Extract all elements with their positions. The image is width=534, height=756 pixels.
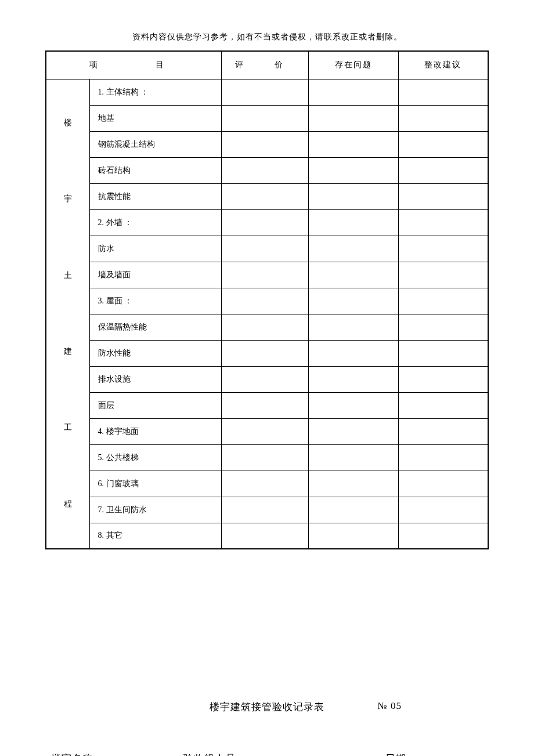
cell-evaluation xyxy=(221,262,308,288)
header-suggestions: 整改建议 xyxy=(398,51,488,79)
table-row: 防水 xyxy=(46,236,488,262)
item-label: 防水性能 xyxy=(89,340,221,366)
item-label: 7. 卫生间防水 xyxy=(89,497,221,523)
cell-issues xyxy=(308,209,398,236)
side-category-label: 楼 宇 土 建 工 程 xyxy=(46,79,89,549)
cell-issues xyxy=(308,471,398,497)
item-label: 2. 外墙 ： xyxy=(89,209,221,236)
table-row: 排水设施 xyxy=(46,366,488,392)
cell-issues xyxy=(308,418,398,444)
cell-suggestions xyxy=(398,418,488,444)
cell-suggestions xyxy=(398,209,488,236)
table-row: 地基 xyxy=(46,105,488,131)
table-row: 防水性能 xyxy=(46,340,488,366)
table-row: 楼 宇 土 建 工 程 1. 主体结构 ： xyxy=(46,79,488,105)
cell-issues xyxy=(308,366,398,392)
item-label: 6. 门窗玻璃 xyxy=(89,471,221,497)
table-row: 墙及墙面 xyxy=(46,262,488,288)
cell-evaluation xyxy=(221,79,308,105)
cell-suggestions xyxy=(398,236,488,262)
cell-issues xyxy=(308,314,398,340)
form-title-row: 楼宇建筑接管验收记录表 № 05 xyxy=(45,700,489,714)
item-label: 防水 xyxy=(89,236,221,262)
cell-suggestions xyxy=(398,183,488,209)
cell-issues xyxy=(308,392,398,418)
cell-evaluation xyxy=(221,314,308,340)
side-char: 程 xyxy=(64,491,72,518)
table-row: 钢筋混凝土结构 xyxy=(46,131,488,157)
table-row: 抗震性能 xyxy=(46,183,488,209)
cell-issues xyxy=(308,340,398,366)
building-name-blank xyxy=(106,751,181,756)
item-label: 地基 xyxy=(89,105,221,131)
cell-evaluation xyxy=(221,157,308,183)
disclaimer-text: 资料内容仅供您学习参考，如有不当或者侵权，请联系改正或者删除。 xyxy=(45,32,489,42)
date-blank xyxy=(419,751,486,756)
cell-suggestions xyxy=(398,105,488,131)
cell-suggestions xyxy=(398,471,488,497)
side-char: 楼 xyxy=(64,110,72,136)
header-issues: 存在问题 xyxy=(308,51,398,79)
side-char: 宇 xyxy=(64,186,72,212)
table-body: 楼 宇 土 建 工 程 1. 主体结构 ： 地基 钢筋混凝土结构 xyxy=(46,79,488,549)
date-label: 日期： xyxy=(385,752,417,756)
item-label: 1. 主体结构 ： xyxy=(89,79,221,105)
cell-evaluation xyxy=(221,366,308,392)
cell-evaluation xyxy=(221,497,308,523)
item-label: 5. 公共楼梯 xyxy=(89,444,221,471)
cell-evaluation xyxy=(221,444,308,471)
cell-suggestions xyxy=(398,340,488,366)
item-label: 墙及墙面 xyxy=(89,262,221,288)
table-row: 8. 其它 xyxy=(46,523,488,549)
table-row: 5. 公共楼梯 xyxy=(46,444,488,471)
cell-suggestions xyxy=(398,523,488,549)
header-evaluation: 评 价 xyxy=(221,51,308,79)
cell-evaluation xyxy=(221,209,308,236)
item-label: 排水设施 xyxy=(89,366,221,392)
table-row: 7. 卫生间防水 xyxy=(46,497,488,523)
cell-evaluation xyxy=(221,418,308,444)
side-char: 土 xyxy=(64,263,72,289)
cell-evaluation xyxy=(221,523,308,549)
cell-issues xyxy=(308,288,398,314)
header-project: 项 目 xyxy=(46,51,221,79)
signature-line: 楼宇名称： 验收组人员： 日期： xyxy=(45,751,489,756)
table-row: 保温隔热性能 xyxy=(46,314,488,340)
cell-suggestions xyxy=(398,262,488,288)
form-number: № 05 xyxy=(378,700,402,712)
cell-evaluation xyxy=(221,392,308,418)
table-row: 面层 xyxy=(46,392,488,418)
cell-suggestions xyxy=(398,497,488,523)
cell-issues xyxy=(308,105,398,131)
cell-issues xyxy=(308,157,398,183)
item-label: 保温隔热性能 xyxy=(89,314,221,340)
cell-evaluation xyxy=(221,183,308,209)
footer-section: 楼宇建筑接管验收记录表 № 05 楼宇名称： 验收组人员： 日期： xyxy=(45,700,489,756)
item-label: 钢筋混凝土结构 xyxy=(89,131,221,157)
table-row: 2. 外墙 ： xyxy=(46,209,488,236)
item-label: 抗震性能 xyxy=(89,183,221,209)
cell-suggestions xyxy=(398,392,488,418)
form-title: 楼宇建筑接管验收记录表 xyxy=(210,701,324,712)
cell-issues xyxy=(308,236,398,262)
cell-evaluation xyxy=(221,105,308,131)
cell-issues xyxy=(308,79,398,105)
table-row: 6. 门窗玻璃 xyxy=(46,471,488,497)
cell-suggestions xyxy=(398,314,488,340)
cell-suggestions xyxy=(398,288,488,314)
cell-evaluation xyxy=(221,236,308,262)
cell-suggestions xyxy=(398,157,488,183)
cell-suggestions xyxy=(398,79,488,105)
cell-issues xyxy=(308,262,398,288)
table-row: 砖石结构 xyxy=(46,157,488,183)
inspector-label: 验收组人员： xyxy=(183,752,246,756)
cell-evaluation xyxy=(221,288,308,314)
cell-suggestions xyxy=(398,366,488,392)
cell-issues xyxy=(308,444,398,471)
item-label: 4. 楼宇地面 xyxy=(89,418,221,444)
side-char: 工 xyxy=(64,415,72,441)
inspection-table: 项 目 评 价 存在问题 整改建议 楼 宇 土 建 工 程 1. 主体结构 ： xyxy=(45,50,489,549)
building-name-label: 楼宇名称： xyxy=(51,752,103,756)
inspector-blank xyxy=(248,751,383,756)
cell-suggestions xyxy=(398,444,488,471)
